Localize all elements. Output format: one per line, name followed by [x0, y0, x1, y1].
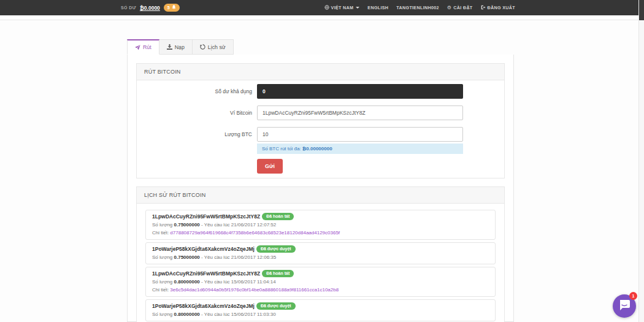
history-panel: LỊCH SỬ RÚT BITCOIN 1LpwDAcCuyRZni95FwW5…	[136, 186, 505, 322]
withdraw-form: Số dư khả dụng 0 Ví Bitcoin Lượng BTC Số…	[136, 80, 505, 178]
settings-label: CÀI ĐẶT	[453, 5, 472, 10]
wallet-row: Ví Bitcoin	[145, 105, 496, 120]
status-badge: Đã hoàn tất	[262, 213, 294, 220]
wallet-input[interactable]	[257, 105, 463, 120]
topbar-menu: VIỆT NAM ENGLISH TANGTIENLINH002 ⚙ CÀI Đ…	[324, 5, 515, 11]
download-icon	[167, 44, 172, 50]
sign-out-icon	[481, 5, 486, 11]
withdraw-panel-title: RÚT BITCOIN	[136, 63, 505, 80]
transaction-hash-link[interactable]: 3e6c5d4dac1d60944a0b5f1976c0bf14be0a8886…	[170, 287, 339, 293]
detail-label: Chi tiết:	[152, 230, 169, 236]
history-entry-header: 1LpwDAcCuyRZni95FwW5rtBMpKSzcJtY8ZĐã hoà…	[152, 213, 489, 221]
amount-input[interactable]	[257, 127, 463, 142]
history-entry-address: 1PoWarjeP58kXGjdta6XakcmVz4oZqeJMj	[152, 303, 255, 309]
topbar-container: SỐ DƯ ₿0.0000 5 VIỆT NAM	[121, 0, 515, 15]
history-entry-amount-line: Số lượng 0.75000000 - Yêu cầu lúc 21/06/…	[152, 254, 489, 261]
history-icon	[200, 44, 205, 50]
history-panel-title: LỊCH SỬ RÚT BITCOIN	[136, 186, 505, 204]
notification-pill[interactable]: 5	[164, 4, 180, 12]
amount-value: 0.80000000	[174, 312, 200, 317]
chat-unread-badge: 1	[629, 292, 637, 300]
globe-icon	[324, 5, 329, 11]
history-entry-address: 1PoWarjeP58kXGjdta6XakcmVz4oZqeJMj	[152, 246, 255, 252]
available-balance-label: Số dư khả dụng	[145, 84, 257, 99]
withdraw-panel: RÚT BITCOIN Số dư khả dụng 0 Ví Bitcoin …	[136, 63, 505, 178]
send-icon	[135, 45, 140, 50]
page: SỐ DƯ ₿0.0000 5 VIỆT NAM	[0, 0, 644, 322]
tab-deposit-label: Nạp	[175, 44, 185, 50]
subheader-strip	[0, 15, 644, 20]
amount-label: Số lượng	[152, 279, 172, 285]
notification-count: 5	[167, 6, 170, 10]
history-entry-header: 1LpwDAcCuyRZni95FwW5rtBMpKSzcJtY8ZĐã hoà…	[152, 270, 489, 278]
history-entry-address: 1LpwDAcCuyRZni95FwW5rtBMpKSzcJtY8Z	[152, 213, 260, 220]
tab-deposit[interactable]: Nạp	[159, 39, 193, 55]
amount-label: Lượng BTC	[145, 127, 257, 142]
requested-label: - Yêu cầu lúc	[201, 279, 230, 285]
amount-value: 0.75000000	[174, 222, 200, 228]
logout-link[interactable]: ĐĂNG XUẤT	[481, 5, 515, 11]
card-body: RÚT BITCOIN Số dư khả dụng 0 Ví Bitcoin …	[127, 55, 514, 322]
caret-down-icon	[356, 7, 359, 9]
history-entry-amount-line: Số lượng 0.80000000 - Yêu cầu lúc 15/06/…	[152, 278, 489, 286]
requested-at: 15/06/2017 11:04:14	[231, 279, 276, 285]
requested-at: 21/06/2017 12:07:52	[231, 222, 276, 228]
transaction-hash-link[interactable]: d778808729a964f619668c4f7358b6e64683c685…	[170, 230, 340, 236]
tab-withdraw[interactable]: Rút	[127, 39, 159, 55]
scrollbar-thumb[interactable]	[639, 0, 644, 20]
amount-label: Số lượng	[152, 255, 172, 260]
history-entry-amount-line: Số lượng 0.80000000 - Yêu cầu lúc 15/06/…	[152, 311, 489, 318]
available-balance-row: Số dư khả dụng 0	[145, 84, 496, 99]
submit-button[interactable]: Gửi	[257, 159, 283, 174]
wallet-label: Ví Bitcoin	[145, 105, 257, 120]
main-card: Rút Nạp Lịch sử RÚT BITCOIN	[127, 39, 514, 322]
topbar: SỐ DƯ ₿0.0000 5 VIỆT NAM	[0, 0, 644, 15]
amount-row: Lượng BTC	[145, 127, 496, 142]
history-entry-detail-line: Chi tiết: d778808729a964f619668c4f7358b6…	[152, 229, 489, 237]
english-label: ENGLISH	[367, 5, 388, 10]
gear-icon: ⚙	[447, 6, 451, 10]
history-entry-header: 1PoWarjeP58kXGjdta6XakcmVz4oZqeJMjĐã đượ…	[152, 302, 489, 310]
language-label: VIỆT NAM	[331, 5, 354, 10]
requested-label: - Yêu cầu lúc	[201, 312, 230, 317]
history-entry-header: 1PoWarjeP58kXGjdta6XakcmVz4oZqeJMjĐã đượ…	[152, 245, 489, 253]
balance-group: SỐ DƯ ₿0.0000 5	[121, 4, 180, 12]
history-entry-detail-line: Chi tiết: 3e6c5d4dac1d60944a0b5f1976c0bf…	[152, 286, 489, 294]
amount-label: Số lượng	[152, 312, 172, 317]
logout-label: ĐĂNG XUẤT	[488, 5, 515, 10]
amount-value: 0.80000000	[174, 279, 200, 285]
chat-launcher-button[interactable]: 1	[613, 294, 636, 318]
amount-label: Số lượng	[152, 222, 172, 228]
tab-withdraw-label: Rút	[143, 44, 151, 50]
history-entry-amount-line: Số lượng 0.75000000 - Yêu cầu lúc 21/06/…	[152, 221, 489, 229]
status-badge: Đã được duyệt	[256, 302, 296, 310]
settings-link[interactable]: ⚙ CÀI ĐẶT	[447, 5, 473, 10]
amount-value: 0.75000000	[174, 255, 200, 260]
max-btc-note-value: ₿0.00000000	[302, 146, 332, 151]
chat-bubble-icon	[619, 300, 630, 313]
tab-history-label: Lịch sử	[208, 44, 226, 50]
requested-at: 15/06/2017 11:03:30	[231, 312, 276, 317]
language-english-link[interactable]: ENGLISH	[367, 5, 388, 10]
tab-bar: Rút Nạp Lịch sử	[127, 39, 514, 55]
status-badge: Đã hoàn tất	[262, 270, 294, 277]
requested-label: - Yêu cầu lúc	[201, 222, 230, 228]
username-label: TANGTIENLINH002	[396, 5, 439, 10]
scrollbar-track[interactable]	[638, 0, 644, 322]
max-btc-note-label: Số BTC rút tối đa:	[262, 146, 301, 151]
balance-value-link[interactable]: ₿0.0000	[140, 5, 160, 11]
history-entry: 1PoWarjeP58kXGjdta6XakcmVz4oZqeJMjĐã đượ…	[145, 242, 496, 264]
status-badge: Đã được duyệt	[256, 245, 296, 253]
requested-label: - Yêu cầu lúc	[201, 255, 230, 260]
history-list: 1LpwDAcCuyRZni95FwW5rtBMpKSzcJtY8ZĐã hoà…	[136, 204, 505, 322]
available-balance-value: 0	[257, 84, 463, 99]
tab-history[interactable]: Lịch sử	[193, 39, 234, 55]
max-btc-note: Số BTC rút tối đa: ₿0.00000000	[257, 144, 463, 154]
requested-at: 21/06/2017 12:06:35	[231, 255, 276, 260]
language-dropdown[interactable]: VIỆT NAM	[324, 5, 360, 11]
history-entry: 1PoWarjeP58kXGjdta6XakcmVz4oZqeJMjĐã đượ…	[145, 299, 496, 321]
history-entry-address: 1LpwDAcCuyRZni95FwW5rtBMpKSzcJtY8Z	[152, 270, 260, 277]
balance-label: SỐ DƯ	[121, 6, 136, 10]
username-link[interactable]: TANGTIENLINH002	[396, 5, 439, 10]
bell-icon	[172, 5, 176, 10]
